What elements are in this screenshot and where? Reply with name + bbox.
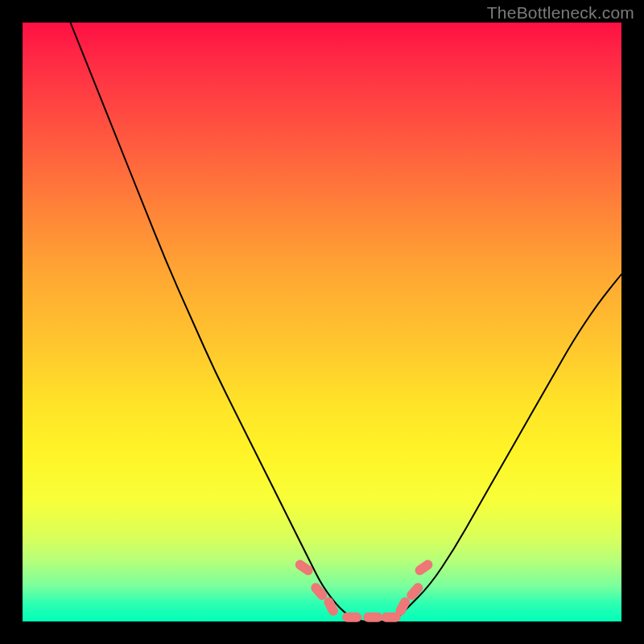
- marker-pill: [413, 558, 435, 577]
- bottleneck-curve: [71, 23, 622, 621]
- chart-stage: TheBottleneck.com: [0, 0, 644, 644]
- marker-pill: [342, 613, 361, 622]
- flat-region-markers: [293, 558, 434, 622]
- watermark-text: TheBottleneck.com: [487, 3, 634, 23]
- curve-svg: [23, 23, 621, 621]
- marker-pill: [363, 613, 382, 622]
- plot-area: [23, 23, 621, 621]
- marker-pill: [293, 558, 315, 577]
